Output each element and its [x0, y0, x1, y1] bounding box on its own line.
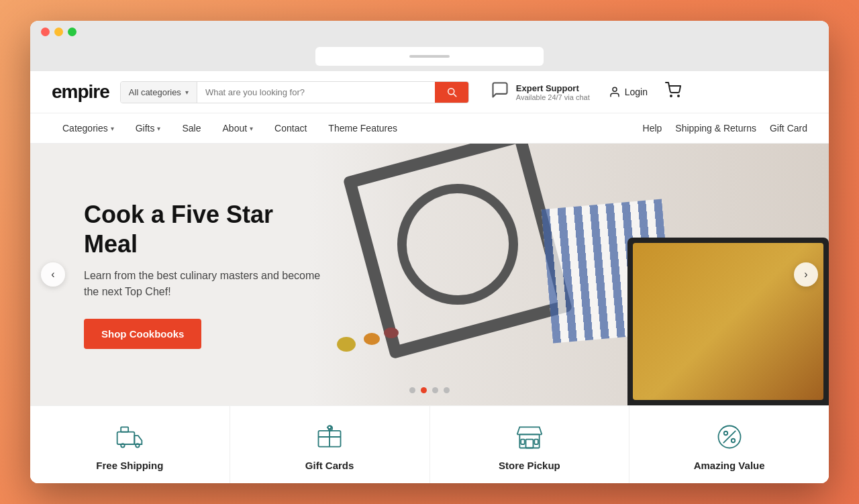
nav-item-gifts[interactable]: Gifts ▾	[125, 113, 172, 143]
site-container: empire All categories ▾	[30, 71, 829, 483]
svg-rect-6	[121, 427, 129, 432]
svg-point-4	[121, 444, 125, 448]
hero-subtitle: Learn from the best culinary masters and…	[84, 268, 325, 300]
slider-dot-3[interactable]	[432, 387, 438, 393]
search-input[interactable]	[197, 82, 435, 103]
cart-button[interactable]	[665, 82, 681, 102]
skillet	[627, 238, 829, 405]
feature-label-store-pickup: Store Pickup	[499, 460, 560, 471]
slider-dot-1[interactable]	[409, 387, 415, 393]
user-icon	[609, 86, 621, 98]
support-title: Expert Support	[516, 83, 590, 93]
hero-image	[310, 144, 829, 405]
feature-label-gift-cards: Gift Cards	[305, 460, 354, 471]
feature-gift-cards: Gift Cards	[230, 406, 430, 483]
support-chat-icon	[491, 81, 509, 103]
gift-card-icon	[313, 421, 346, 453]
svg-point-1	[670, 95, 672, 97]
address-line	[409, 55, 450, 58]
slider-prev-button[interactable]: ‹	[41, 262, 65, 287]
main-nav: Categories ▾ Gifts ▾ Sale About ▾ Contac…	[30, 113, 829, 144]
chevron-down-icon: ▾	[111, 125, 114, 132]
hero-bg	[310, 144, 829, 405]
hero-cta-button[interactable]: Shop Cookbooks	[84, 319, 201, 349]
nav-gift-card[interactable]: Gift Card	[770, 123, 807, 134]
search-button[interactable]	[435, 82, 468, 103]
slider-dots	[409, 387, 450, 393]
nav-item-about[interactable]: About ▾	[212, 113, 264, 143]
maximize-dot[interactable]	[68, 28, 77, 36]
browser-window: empire All categories ▾	[30, 21, 829, 483]
search-icon	[446, 86, 458, 98]
feature-store-pickup: Store Pickup	[430, 406, 630, 483]
address-bar[interactable]	[315, 47, 544, 66]
skillet-food	[633, 243, 823, 400]
category-label: All categories	[129, 87, 181, 97]
nav-right: Help Shipping & Returns Gift Card	[643, 123, 807, 134]
login-label: Login	[625, 87, 648, 97]
search-bar: All categories ▾	[120, 81, 469, 103]
svg-point-17	[731, 439, 735, 443]
browser-chrome	[30, 21, 829, 71]
nav-item-sale[interactable]: Sale	[171, 113, 211, 143]
nav-shipping-returns[interactable]: Shipping & Returns	[675, 123, 756, 134]
svg-point-2	[678, 95, 679, 97]
shipping-icon	[113, 421, 146, 453]
svg-rect-13	[534, 440, 538, 444]
slider-dot-2[interactable]	[421, 387, 427, 393]
chevron-down-icon: ▾	[250, 125, 253, 132]
amazing-value-icon	[713, 421, 746, 453]
svg-rect-3	[117, 432, 135, 444]
chevron-down-icon: ▾	[157, 125, 160, 132]
close-dot[interactable]	[41, 28, 50, 36]
site-header: empire All categories ▾	[30, 71, 829, 113]
site-logo[interactable]: empire	[52, 81, 109, 103]
cart-icon	[665, 82, 681, 98]
feature-amazing-value: Amazing Value	[629, 406, 829, 483]
veg-red	[384, 327, 399, 338]
hero-slider: Cook a Five Star Meal Learn from the bes…	[30, 144, 829, 405]
browser-dots	[41, 28, 818, 42]
login-button[interactable]: Login	[609, 86, 648, 98]
slider-dot-4[interactable]	[444, 387, 450, 393]
feature-label-shipping: Free Shipping	[96, 460, 163, 471]
feature-label-amazing-value: Amazing Value	[694, 460, 765, 471]
nav-help[interactable]: Help	[643, 123, 662, 134]
svg-point-16	[723, 432, 727, 436]
store-pickup-icon	[513, 421, 546, 453]
nav-item-categories[interactable]: Categories ▾	[52, 113, 125, 143]
minimize-dot[interactable]	[54, 28, 63, 36]
nav-item-contact[interactable]: Contact	[264, 113, 317, 143]
svg-rect-12	[521, 440, 525, 444]
support-block: Expert Support Available 24/7 via chat	[491, 81, 590, 103]
feature-bar: Free Shipping Gift Cards	[30, 405, 829, 483]
support-text: Expert Support Available 24/7 via chat	[516, 83, 590, 101]
svg-line-18	[723, 431, 735, 443]
support-subtitle: Available 24/7 via chat	[516, 93, 590, 101]
hero-title: Cook a Five Star Meal	[84, 200, 325, 258]
nav-item-theme-features[interactable]: Theme Features	[317, 113, 408, 143]
svg-point-5	[136, 444, 140, 448]
chevron-down-icon: ▾	[185, 89, 189, 96]
svg-rect-10	[519, 434, 539, 448]
feature-free-shipping: Free Shipping	[30, 406, 230, 483]
nav-left: Categories ▾ Gifts ▾ Sale About ▾ Contac…	[52, 113, 408, 143]
svg-rect-11	[525, 440, 533, 448]
food-decoration	[310, 144, 829, 405]
hero-content: Cook a Five Star Meal Learn from the bes…	[30, 200, 379, 348]
slider-next-button[interactable]: ›	[794, 262, 818, 287]
svg-point-0	[613, 87, 617, 91]
category-dropdown[interactable]: All categories ▾	[121, 82, 197, 103]
